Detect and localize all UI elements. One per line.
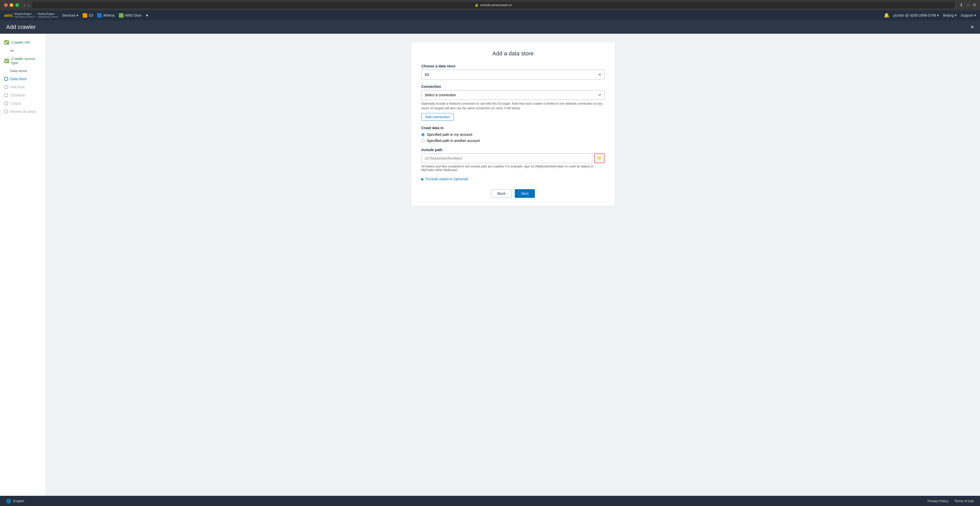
new-tab-icon[interactable]: ＋: [966, 3, 970, 8]
browser-nav: ‹ ›: [24, 3, 29, 8]
connection-wrapper: Select a connection: [422, 90, 605, 100]
nav-region-link[interactable]: Beijing ▾: [943, 13, 956, 18]
crawl-option-another-account[interactable]: Specified path in another account: [422, 138, 605, 143]
circle-icon-data-store: [4, 77, 8, 81]
sidebar-label-output: Output: [10, 101, 21, 105]
footer-language[interactable]: English: [13, 499, 24, 503]
crawl-radio-my-account[interactable]: [422, 133, 425, 136]
nav-services-link[interactable]: Services ▾: [62, 13, 79, 18]
choose-data-store-label: Choose a data store: [422, 64, 605, 68]
connection-select[interactable]: Select a connection: [422, 90, 605, 100]
circle-icon-output: [4, 101, 8, 105]
nav-right: 🔔 pcman @ 4200-2996-0748 ▾ Beijing ▾ Sup…: [884, 13, 976, 18]
s3-icon: 🟧: [83, 13, 88, 18]
browser-address-bar[interactable]: 🔒 console.amazonaws.cn: [32, 2, 955, 8]
sidebar-sub-etl-label: etl: [10, 49, 14, 53]
sidebar-item-iam-role[interactable]: IAM Role: [0, 83, 46, 91]
form-title: Add a data store: [422, 50, 605, 57]
glue-label: AWS Glue: [125, 13, 142, 18]
back-button[interactable]: Back: [491, 189, 512, 198]
nav-user-link[interactable]: pcman @ 4200-2996-0748 ▾: [894, 13, 939, 18]
support-label: Support: [961, 13, 973, 18]
aws-logo-text: aws: [4, 13, 13, 18]
circle-icon-iam-role: [4, 85, 8, 89]
nav-support-link[interactable]: Support ▾: [961, 13, 976, 18]
add-connection-button[interactable]: Add connection: [422, 113, 454, 121]
browser-chrome: ‹ › 🔒 console.amazonaws.cn ⬆ ＋ ⧉: [0, 0, 980, 10]
privacy-policy-link[interactable]: Privacy Policy: [928, 499, 948, 503]
crawl-data-group: Crawl data in Specified path in my accou…: [422, 126, 605, 143]
crawl-radio-another-account[interactable]: [422, 139, 425, 142]
s3-label: S3: [89, 13, 93, 18]
share-icon[interactable]: ⬆: [959, 3, 963, 8]
ningxia-region-name: Ningxia Region: [14, 13, 35, 16]
lock-icon: 🔒: [475, 3, 479, 7]
sidebar-item-schedule[interactable]: Schedule: [0, 91, 46, 99]
choose-data-store-group: Choose a data store S3 JDBC DynamoDB Mon…: [422, 64, 605, 80]
sidebar-sub-data-stores-label: Data stores: [10, 69, 27, 73]
athena-icon: 🟦: [97, 13, 102, 18]
circle-icon-review: [4, 110, 8, 114]
sidebar-sub-data-stores: Data stores: [0, 67, 46, 75]
nav-favorites-link[interactable]: ★: [145, 13, 149, 18]
user-dropdown-icon: ▾: [937, 13, 939, 18]
sidebar-item-review-all-steps[interactable]: Review all steps: [0, 108, 46, 116]
tabs-icon[interactable]: ⧉: [973, 3, 976, 8]
sidebar-item-crawler-info[interactable]: ✅ Crawler info: [0, 38, 46, 47]
browser-forward-btn[interactable]: ›: [27, 3, 29, 8]
crawl-option-my-account[interactable]: Specified path in my account: [422, 132, 605, 137]
terms-of-use-link[interactable]: Terms of Use: [954, 499, 974, 503]
nav-athena-link[interactable]: 🟦 Athena: [97, 13, 115, 18]
folder-icon: 📁: [597, 156, 602, 161]
connection-group: Connection Select a connection Optionall…: [422, 84, 605, 121]
crawl-another-account-label: Specified path in another account: [427, 138, 480, 143]
exclude-patterns-toggle[interactable]: ▶ Exclude patterns (optional): [422, 177, 468, 181]
minimize-dot[interactable]: [10, 3, 13, 7]
sidebar-label-crawler-info: Crawler info: [11, 40, 30, 45]
nav-s3-link[interactable]: 🟧 S3: [83, 13, 93, 18]
browser-url: console.amazonaws.cn: [480, 3, 512, 7]
connection-label: Connection: [422, 84, 605, 89]
page-title: Add crawler: [6, 24, 36, 30]
support-dropdown-icon: ▾: [974, 13, 976, 18]
browser-back-btn[interactable]: ‹: [24, 3, 25, 8]
next-button[interactable]: Next: [515, 189, 535, 198]
browser-actions: ⬆ ＋ ⧉: [959, 3, 976, 8]
folder-browse-button[interactable]: 📁: [594, 153, 605, 163]
aws-logo[interactable]: aws Ningxia Region Operated by NWCD Beij…: [4, 12, 58, 18]
bell-icon[interactable]: 🔔: [884, 13, 889, 18]
include-path-label: Include path: [422, 148, 605, 152]
globe-icon: 🌐: [6, 499, 11, 503]
include-path-wrapper: 📁: [422, 153, 605, 163]
include-path-input[interactable]: [422, 153, 592, 163]
sidebar: ✅ Crawler info etl ✅ Crawler source type…: [0, 34, 46, 496]
sidebar-item-data-store[interactable]: Data store: [0, 75, 46, 83]
beijing-region-sub: Operated by Sinnet: [38, 16, 58, 18]
athena-label: Athena: [103, 13, 115, 18]
include-path-group: Include path 📁 All folders and files con…: [422, 148, 605, 172]
maximize-dot[interactable]: [15, 3, 19, 7]
sidebar-label-crawler-source-type: Crawler source type: [11, 57, 41, 65]
circle-icon-schedule: [4, 93, 8, 97]
sidebar-label-review: Review all steps: [10, 110, 36, 114]
choose-data-store-wrapper: S3 JDBC DynamoDB MongoDB Kafka: [422, 70, 605, 80]
nav-glue-link[interactable]: 🟩 AWS Glue: [119, 13, 142, 18]
ningxia-region-info: Ningxia Region Operated by NWCD: [14, 13, 35, 18]
sidebar-label-iam-role: IAM Role: [10, 85, 25, 89]
chevron-right-icon: ▶: [422, 177, 424, 181]
crawl-data-label: Crawl data in: [422, 126, 605, 130]
beijing-region-name: Beijing Region: [38, 13, 58, 16]
exclude-patterns-label: Exclude patterns (optional): [426, 177, 468, 181]
close-dot[interactable]: [4, 3, 8, 7]
form-card: Add a data store Choose a data store S3 …: [411, 42, 615, 206]
sidebar-item-crawler-source-type[interactable]: ✅ Crawler source type: [0, 55, 46, 67]
services-dropdown-icon: ▾: [76, 13, 78, 18]
region-divider: [36, 12, 37, 18]
services-label: Services: [62, 13, 76, 18]
region-label: Beijing: [943, 13, 954, 18]
star-icon: ★: [145, 13, 149, 18]
close-button[interactable]: ×: [970, 24, 974, 30]
choose-data-store-select[interactable]: S3 JDBC DynamoDB MongoDB Kafka: [422, 70, 605, 80]
page-footer: 🌐 English Privacy Policy Terms of Use: [0, 496, 980, 506]
sidebar-item-output[interactable]: Output: [0, 99, 46, 108]
